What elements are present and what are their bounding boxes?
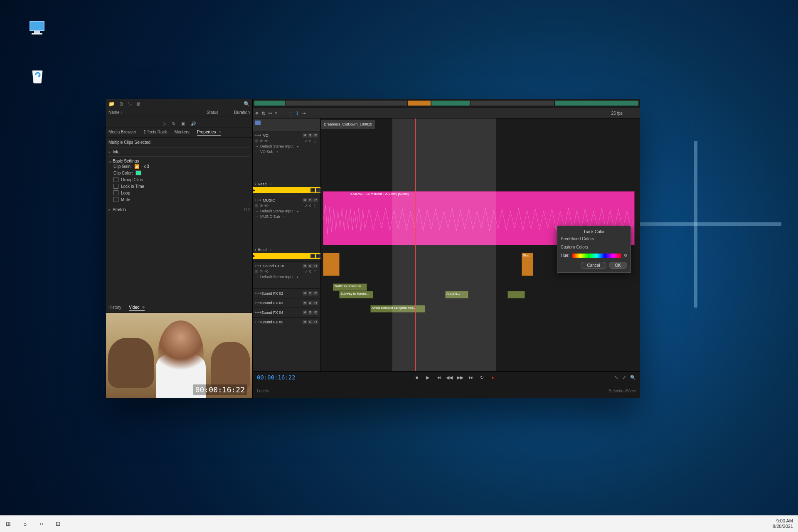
prev-button[interactable]: ⏮ — [435, 375, 442, 380]
reset-hue-icon[interactable]: ↻ — [624, 253, 627, 258]
record-button[interactable]: ● — [489, 375, 496, 380]
stretch-value: Off — [244, 207, 250, 212]
selection-view-label: Selection/View — [609, 389, 636, 393]
loop-button[interactable]: ↻ — [478, 375, 485, 380]
video-clip-tab[interactable]: Dreamers_CutDown_180815 — [321, 120, 375, 129]
cancel-button[interactable]: Cancel — [581, 262, 606, 269]
folder-icon[interactable]: 📁 — [108, 101, 115, 107]
section-info[interactable]: ›Info — [108, 150, 250, 154]
ok-button[interactable]: OK — [609, 262, 627, 269]
timeline-overview[interactable] — [253, 99, 640, 108]
col-duration[interactable]: Duration — [225, 110, 250, 115]
taskbar-search-icon[interactable]: ⌕ — [17, 520, 33, 527]
custom-colors-label: Custom Colors — [561, 245, 627, 249]
svg-rect-3 — [32, 33, 42, 34]
transport-bar: 00:00:16:22 ■ ▶ ⏮ ◀◀ ▶▶ ⏭ ↻ ● ⤡ ⤢ 🔍 — [253, 371, 640, 383]
lock-in-time-row[interactable]: Lock in Time — [108, 183, 250, 190]
volume-knob[interactable] — [255, 139, 258, 143]
clip-sfx-car[interactable] — [323, 253, 340, 276]
track-head-music[interactable]: +++MUSICMSR ⟳ +0⤢ 0⬚ →Default Stereo Inp… — [253, 196, 320, 254]
taskbar-taskview-icon[interactable]: ⊟ — [50, 520, 66, 527]
zoom-fit-icon[interactable]: ⤢ — [622, 375, 626, 380]
tab-properties-menu-icon: ≡ — [219, 130, 221, 134]
track-color-dialog: Track Color Predefined Colors Custom Col… — [557, 226, 631, 273]
section-stretch[interactable]: ›Stretch Off — [108, 207, 250, 212]
track-head-sfx4[interactable]: +++Sound FX 04MSR — [253, 308, 320, 318]
play-button[interactable]: ▶ — [424, 375, 431, 380]
tab-effects-rack[interactable]: Effects Rack — [144, 130, 167, 135]
clip-sfx-subway[interactable]: Subway in Toront... — [339, 291, 373, 298]
rewind-button[interactable]: ◀◀ — [446, 375, 453, 380]
track-head-vo-sub[interactable]: ➤MS — [253, 188, 320, 196]
file-icon[interactable]: 🗎 — [119, 101, 124, 107]
tool-eq-icon[interactable]: ≡ — [275, 111, 278, 116]
zoom-in-icon[interactable]: 🔍 — [630, 375, 636, 380]
gain-slider-icon[interactable]: 📶 — [134, 164, 139, 169]
group-clips-row[interactable]: Group Clips — [108, 176, 250, 183]
tool-fx-icon[interactable]: fx — [262, 111, 265, 116]
files-toolbar: 📁 🗎 ⁝₊ 🗑 🔍 — [106, 99, 252, 109]
tab-properties[interactable]: Properties ≡ — [197, 130, 221, 135]
clip-sfx-around[interactable]: Around... — [445, 291, 468, 298]
tab-video[interactable]: Video ≡ — [129, 305, 145, 311]
col-status[interactable]: Status — [207, 110, 225, 115]
properties-panel: Multiple Clips Selected ›Info ⌄Basic Set… — [106, 138, 252, 217]
mute-row[interactable]: Mute — [108, 196, 250, 203]
checkbox-icon — [113, 190, 118, 195]
tool-snap-icon[interactable]: ↧ — [296, 111, 299, 116]
volume-icon[interactable]: 🔊 — [191, 121, 196, 126]
track-head-sfx1[interactable]: +++Sound FX 01MSR ⟳ +0⤢ 0⬚ →Default Ster… — [253, 262, 320, 289]
trash-icon[interactable]: 🗑 — [136, 101, 141, 107]
track-head-vo[interactable]: +++VOMSR ⟳ +0⤢ 0⬚ →Default Stereo Input▸… — [253, 131, 320, 188]
next-button[interactable]: ⏭ — [468, 375, 474, 380]
play-icon[interactable]: ▷ — [163, 121, 166, 126]
tool-envelope-icon[interactable]: ⬚ — [288, 111, 292, 116]
clip-gain-row: Clip Gain: 📶 - dB — [108, 163, 250, 170]
start-button[interactable]: ⊞ — [0, 520, 17, 527]
windows-light-rays — [615, 141, 781, 308]
options-icon[interactable]: ⁝₊ — [128, 101, 132, 107]
files-play-strip: ▷ ↻ ▣ 🔊 — [106, 119, 252, 128]
track-head-music-sub[interactable]: ➤MS — [253, 254, 320, 262]
transport-timecode[interactable]: 00:00:16:22 — [257, 374, 296, 381]
col-name[interactable]: Name ↑ — [108, 110, 207, 115]
forward-button[interactable]: ▶▶ — [457, 375, 463, 380]
clip-sfx-skat[interactable]: Skat... — [522, 253, 533, 276]
track-head-sfx3[interactable]: +++Sound FX 03MSR — [253, 298, 320, 308]
search-icon[interactable]: 🔍 — [244, 101, 250, 107]
taskbar-cortana-icon[interactable]: ○ — [33, 520, 50, 527]
clip-sfx-africa[interactable]: Africa Ethiopia Langano mid... — [370, 305, 425, 313]
audio-editor-window: 📁 🗎 ⁝₊ 🗑 🔍 Name ↑ Status Duration ▷ ↻ ▣ … — [106, 99, 640, 398]
video-preview[interactable]: 00:00:16:22 — [106, 313, 252, 398]
clip-gain-value[interactable]: - dB — [142, 164, 149, 169]
tab-history[interactable]: History — [108, 305, 121, 311]
clip-sfx-around2[interactable] — [507, 291, 525, 298]
system-tray[interactable]: 9:00 AM 8/20/2021 — [773, 518, 798, 529]
section-basic[interactable]: ⌄Basic Settings — [108, 159, 250, 163]
tray-time: 9:00 AM — [773, 518, 793, 524]
desktop-icon-thispc[interactable] — [23, 19, 52, 40]
zoom-out-icon[interactable]: ⤡ — [614, 375, 618, 380]
tool-send-icon[interactable]: ↦ — [268, 111, 272, 116]
hue-slider[interactable] — [572, 254, 621, 258]
tab-markers[interactable]: Markers — [175, 130, 190, 135]
pc-icon — [27, 19, 47, 39]
clip-color-swatch[interactable] — [135, 170, 141, 175]
track-head-sfx2[interactable]: +++Sound FX 02MSR — [253, 289, 320, 298]
windows-taskbar[interactable]: ⊞ ⌕ ○ ⊟ 9:00 AM 8/20/2021 — [0, 515, 798, 532]
bottom-tabs: History Video ≡ — [106, 303, 252, 313]
stop-button[interactable]: ■ — [414, 375, 420, 380]
desktop-icon-recyclebin[interactable] — [23, 66, 52, 88]
clip-sfx-traffic[interactable]: Traffic in downtow... — [333, 283, 367, 291]
tool-ripple-icon[interactable]: ⇥ — [302, 111, 305, 116]
tab-media-browser[interactable]: Media Browser — [108, 130, 136, 135]
tool-hand-icon[interactable]: ✥ — [255, 111, 259, 116]
clip-color-row: Clip Color: — [108, 170, 250, 176]
predefined-colors-label: Predefined Colors — [561, 236, 627, 241]
loop-row[interactable]: Loop — [108, 190, 250, 196]
volume-knob[interactable] — [255, 204, 258, 207]
autoplay-icon[interactable]: ▣ — [181, 121, 185, 126]
timeline-toolbar: ✥ fx ↦ ≡ ⬚ ↧ ⇥ 25 fps — [253, 108, 640, 118]
track-head-sfx5[interactable]: +++Sound FX 05MSR — [253, 318, 320, 327]
loop-icon[interactable]: ↻ — [172, 121, 175, 126]
